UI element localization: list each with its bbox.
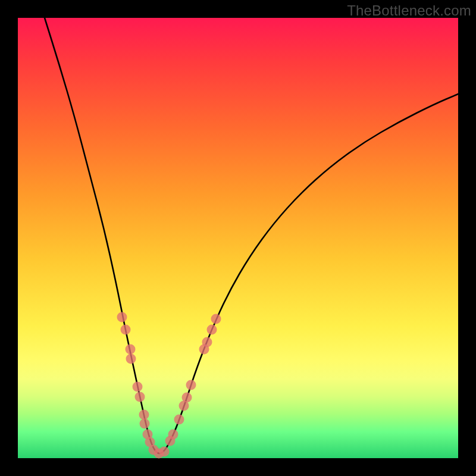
scatter-dot [186,380,196,390]
chart-frame: TheBottleneck.com [0,0,476,476]
scatter-dot [168,430,178,440]
scatter-dot [182,393,192,403]
scatter-dot [202,337,212,347]
scatter-dot [135,392,145,402]
scatter-dot [121,325,131,335]
bottleneck-curve [45,18,458,453]
scatter-dot [117,312,127,322]
scatter-dot [126,354,136,364]
scatter-dot [159,447,170,457]
watermark-text: TheBottleneck.com [347,2,471,19]
scatter-dots [117,312,221,459]
plot-area [18,18,458,458]
scatter-dot [140,419,150,429]
scatter-dot [211,314,221,324]
scatter-dot [133,382,143,392]
scatter-dot [139,410,149,420]
scatter-dot [126,345,136,355]
scatter-dot [174,415,184,425]
scatter-dot [207,325,217,335]
curve-svg [18,18,458,458]
